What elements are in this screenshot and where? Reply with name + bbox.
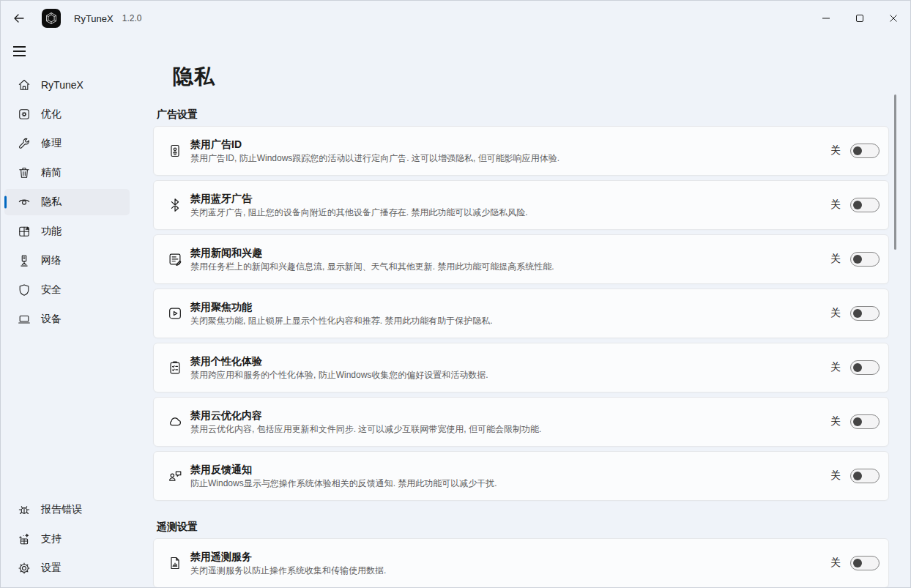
setting-card-personalization: 禁用个性化体验 禁用跨应用和服务的个性化体验, 防止Windows收集您的偏好设… bbox=[153, 343, 889, 392]
card-title: 禁用聚焦功能 bbox=[190, 300, 493, 313]
sidebar-item-label: 功能 bbox=[41, 225, 62, 238]
sidebar-item-network[interactable]: 网络 bbox=[4, 248, 130, 274]
gear-icon bbox=[17, 561, 31, 576]
card-controls: 关 bbox=[830, 252, 888, 267]
vertical-scrollbar[interactable] bbox=[894, 94, 896, 250]
toggle-switch[interactable] bbox=[850, 198, 880, 212]
toggle-switch[interactable] bbox=[850, 556, 880, 570]
features-grid-icon bbox=[17, 224, 31, 239]
network-device-icon bbox=[17, 253, 31, 268]
sidebar-item-label: 隐私 bbox=[41, 196, 62, 209]
sidebar-item-devices[interactable]: 设备 bbox=[4, 306, 130, 332]
minimize-icon bbox=[822, 14, 830, 23]
card-text: 禁用遥测服务 关闭遥测服务以防止操作系统收集和传输使用数据. bbox=[190, 550, 386, 576]
toggle-state-label: 关 bbox=[830, 557, 841, 570]
card-title: 禁用新闻和兴趣 bbox=[190, 246, 554, 259]
toggle-switch[interactable] bbox=[850, 360, 880, 375]
sidebar-item-label: 精简 bbox=[41, 166, 62, 179]
sidebar: RyTuneX 优化 修理 bbox=[1, 36, 133, 587]
close-button[interactable] bbox=[877, 1, 910, 36]
toggle-knob bbox=[853, 559, 862, 567]
setting-card-bluetooth-ads: 禁用蓝牙广告 关闭蓝牙广告, 阻止您的设备向附近的其他设备广播存在. 禁用此功能… bbox=[153, 180, 889, 230]
card-text: 禁用新闻和兴趣 禁用任务栏上的新闻和兴趣信息流, 显示新闻、天气和其他更新. 禁… bbox=[190, 246, 554, 272]
sidebar-item-label: 设置 bbox=[41, 562, 62, 575]
card-title: 禁用个性化体验 bbox=[190, 354, 488, 368]
card-title: 禁用广告ID bbox=[190, 138, 559, 151]
sidebar-item-settings[interactable]: 设置 bbox=[4, 555, 130, 581]
sidebar-item-label: 网络 bbox=[41, 254, 62, 267]
app-logo-icon bbox=[42, 9, 61, 28]
card-description: 禁用任务栏上的新闻和兴趣信息流, 显示新闻、天气和其他更新. 禁用此功能可能提高… bbox=[190, 261, 554, 272]
card-controls: 关 bbox=[830, 144, 888, 158]
feedback-person-icon bbox=[167, 468, 183, 484]
card-title: 禁用反馈通知 bbox=[190, 463, 497, 476]
toggle-state-label: 关 bbox=[830, 144, 841, 157]
card-controls: 关 bbox=[830, 360, 888, 375]
toggle-knob bbox=[853, 255, 862, 264]
sidebar-item-support[interactable]: 支持 bbox=[4, 526, 130, 552]
sidebar-item-label: 报告错误 bbox=[41, 503, 82, 516]
spotlight-play-icon bbox=[167, 305, 183, 321]
minimize-button[interactable] bbox=[809, 1, 843, 36]
sidebar-item-privacy[interactable]: 隐私 bbox=[4, 189, 130, 215]
card-controls: 关 bbox=[830, 414, 888, 429]
card-title: 禁用蓝牙广告 bbox=[190, 192, 528, 205]
toggle-state-label: 关 bbox=[830, 198, 841, 212]
titlebar: RyTuneX 1.2.0 bbox=[1, 1, 910, 36]
cloud-icon bbox=[167, 414, 183, 430]
bluetooth-icon bbox=[167, 197, 183, 213]
card-text: 禁用广告ID 禁用广告ID, 防止Windows跟踪您的活动以进行定向广告. 这… bbox=[190, 138, 559, 164]
card-controls: 关 bbox=[830, 469, 888, 483]
toggle-knob bbox=[853, 201, 862, 209]
sidebar-item-repair[interactable]: 修理 bbox=[4, 130, 130, 157]
card-controls: 关 bbox=[830, 306, 888, 321]
maximize-button[interactable] bbox=[843, 1, 877, 36]
nav-menu-button[interactable] bbox=[11, 40, 36, 62]
sidebar-spacer bbox=[1, 332, 133, 496]
news-feed-icon bbox=[167, 251, 183, 267]
card-description: 防止Windows显示与您操作系统体验相关的反馈通知. 禁用此功能可以减少干扰. bbox=[190, 478, 497, 489]
telemetry-doc-icon bbox=[167, 555, 183, 571]
sidebar-item-debloat[interactable]: 精简 bbox=[4, 160, 130, 186]
eye-icon bbox=[17, 195, 31, 209]
sidebar-item-optimize[interactable]: 优化 bbox=[4, 101, 130, 127]
toggle-switch[interactable] bbox=[850, 306, 880, 321]
card-title: 禁用云优化内容 bbox=[190, 409, 541, 422]
bug-icon bbox=[17, 502, 31, 517]
card-description: 禁用跨应用和服务的个性化体验, 防止Windows收集您的偏好设置和活动数据. bbox=[190, 370, 488, 381]
sidebar-item-label: 修理 bbox=[41, 137, 62, 150]
card-description: 关闭遥测服务以防止操作系统收集和传输使用数据. bbox=[190, 565, 386, 576]
app-version: 1.2.0 bbox=[122, 13, 142, 23]
ad-id-badge-icon bbox=[167, 143, 183, 159]
toggle-knob bbox=[853, 309, 862, 318]
app-window: RyTuneX 1.2.0 bbox=[0, 0, 911, 588]
optimize-icon bbox=[17, 107, 31, 122]
toggle-knob bbox=[853, 146, 862, 155]
toggle-switch[interactable] bbox=[850, 144, 880, 158]
card-description: 关闭聚焦功能, 阻止锁屏上显示个性化内容和推荐. 禁用此功能有助于保护隐私. bbox=[190, 316, 493, 327]
back-button[interactable] bbox=[7, 7, 31, 30]
laptop-icon bbox=[17, 312, 31, 327]
gift-icon bbox=[17, 532, 31, 546]
section-header-ads: 广告设置 bbox=[157, 107, 889, 122]
toggle-knob bbox=[853, 472, 862, 480]
toggle-state-label: 关 bbox=[830, 253, 841, 266]
sidebar-item-home[interactable]: RyTuneX bbox=[4, 72, 130, 98]
card-text: 禁用反馈通知 防止Windows显示与您操作系统体验相关的反馈通知. 禁用此功能… bbox=[190, 463, 497, 489]
app-title: RyTuneX bbox=[74, 13, 114, 24]
toggle-switch[interactable] bbox=[850, 469, 880, 483]
sidebar-footer-nav: 报告错误 支持 设置 bbox=[1, 496, 133, 581]
sidebar-item-security[interactable]: 安全 bbox=[4, 277, 130, 303]
page-title: 隐私 bbox=[173, 65, 889, 89]
card-text: 禁用云优化内容 禁用云优化内容, 包括应用更新和文件同步. 这可以减少互联网带宽… bbox=[190, 409, 541, 435]
sidebar-nav: RyTuneX 优化 修理 bbox=[1, 72, 133, 332]
toggle-state-label: 关 bbox=[830, 415, 841, 428]
sidebar-item-features[interactable]: 功能 bbox=[4, 218, 130, 245]
sidebar-item-report-bug[interactable]: 报告错误 bbox=[4, 496, 130, 523]
home-icon bbox=[17, 78, 31, 92]
maximize-icon bbox=[855, 14, 864, 23]
toggle-switch[interactable] bbox=[850, 414, 880, 429]
toggle-switch[interactable] bbox=[850, 252, 880, 267]
toggle-state-label: 关 bbox=[830, 361, 841, 374]
setting-card-news-interests: 禁用新闻和兴趣 禁用任务栏上的新闻和兴趣信息流, 显示新闻、天气和其他更新. 禁… bbox=[153, 234, 889, 284]
